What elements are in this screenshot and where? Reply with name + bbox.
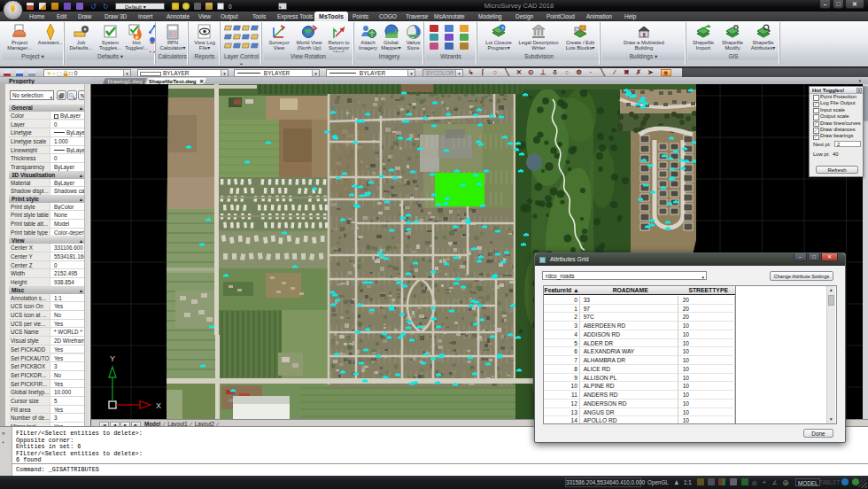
svg-text:X: X bbox=[156, 401, 161, 410]
svg-text:Y: Y bbox=[110, 354, 115, 363]
